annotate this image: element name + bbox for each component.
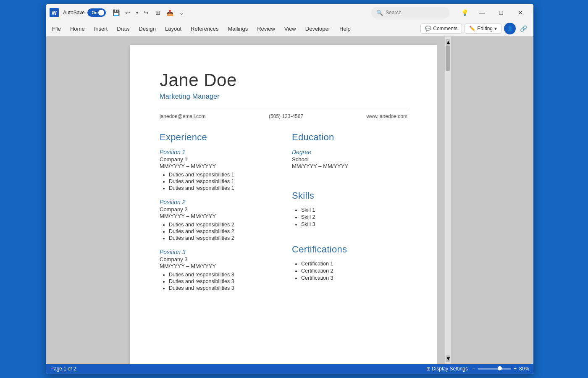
certifications-list: Certification 1 Certification 2 Certific…: [292, 261, 407, 281]
more-options-icon[interactable]: ⌵: [176, 8, 186, 18]
skill-3: Skill 3: [301, 221, 407, 227]
menu-developer[interactable]: Developer: [301, 24, 334, 34]
comments-icon: 💬: [425, 26, 431, 32]
comments-button[interactable]: 💬 Comments: [420, 24, 462, 34]
editing-dropdown-icon: ▾: [494, 26, 497, 32]
education-heading: Education: [292, 132, 407, 143]
duty-3-2: Duties and responsibilities 3: [169, 278, 275, 284]
cert-3: Certification 3: [301, 275, 407, 281]
document-page[interactable]: Jane Doe Marketing Manager janedoe@email…: [130, 45, 437, 364]
duty-2-1: Duties and responsibilities 2: [169, 222, 275, 228]
maximize-button[interactable]: □: [491, 6, 511, 19]
scrollbar[interactable]: ▲ ▼: [445, 37, 451, 364]
menu-help[interactable]: Help: [335, 24, 355, 34]
menu-mailings[interactable]: Mailings: [224, 24, 252, 34]
status-bar: Page 1 of 2 ⊞ Display Settings − + 80%: [46, 364, 533, 374]
company-2-name: Company 2: [160, 206, 275, 213]
menu-bar: File Home Insert Draw Design Layout Refe…: [46, 21, 533, 36]
search-input[interactable]: [386, 10, 444, 16]
document-area: Jane Doe Marketing Manager janedoe@email…: [46, 37, 533, 364]
window-controls: — □ ✕: [472, 6, 530, 19]
redo-icon[interactable]: ↪: [141, 8, 151, 18]
autosave-label: AutoSave: [63, 10, 85, 16]
share-profile-button[interactable]: 👤: [504, 23, 516, 34]
menu-draw[interactable]: Draw: [113, 24, 134, 34]
right-area: ▲ ▼: [437, 37, 533, 364]
duty-1-3: Duties and responsibilities 1: [169, 185, 275, 191]
duties-list-1: Duties and responsibilities 1 Duties and…: [160, 172, 275, 191]
duty-3-3: Duties and responsibilities 3: [169, 285, 275, 291]
school-name: School: [292, 156, 407, 163]
scrollbar-bottom-arrow[interactable]: ▼: [446, 355, 450, 362]
save-icon[interactable]: 💾: [111, 8, 121, 18]
titlebar: W AutoSave On 💾 ↩ ▾ ↪ ⊞ 📤 ⌵ 🔍 💡 — □ ✕: [46, 4, 533, 21]
skill-1: Skill 1: [301, 207, 407, 213]
minimize-button[interactable]: —: [472, 6, 491, 19]
undo-dropdown-icon[interactable]: ▾: [134, 8, 139, 18]
zoom-bar[interactable]: [478, 368, 511, 370]
display-settings-label: Display Settings: [432, 366, 468, 372]
contact-website: www.janedoe.com: [367, 113, 407, 119]
experience-heading: Experience: [160, 132, 275, 143]
word-window: W AutoSave On 💾 ↩ ▾ ↪ ⊞ 📤 ⌵ 🔍 💡 — □ ✕: [46, 4, 533, 374]
company-1-name: Company 1: [160, 156, 275, 163]
duty-2-2: Duties and responsibilities 2: [169, 228, 275, 234]
duty-2-3: Duties and responsibilities 2: [169, 235, 275, 241]
undo-icon[interactable]: ↩: [123, 8, 133, 18]
scrollbar-thumb[interactable]: [446, 46, 450, 71]
share-icon[interactable]: 📤: [165, 8, 175, 18]
company-3-name: Company 3: [160, 256, 275, 262]
position-2-title: Position 2: [160, 199, 275, 205]
menu-view[interactable]: View: [280, 24, 300, 34]
experience-column: Experience Position 1 Company 1 MM/YYYY …: [160, 132, 275, 299]
lightbulb-icon[interactable]: 💡: [459, 8, 470, 18]
certifications-heading: Certifications: [292, 244, 407, 255]
duty-3-1: Duties and responsibilities 3: [169, 272, 275, 278]
toggle-circle: [98, 10, 104, 16]
menu-home[interactable]: Home: [66, 24, 89, 34]
menu-layout[interactable]: Layout: [161, 24, 186, 34]
display-settings[interactable]: ⊞ Display Settings: [426, 366, 468, 372]
resume-job-title: Marketing Manager: [160, 93, 407, 100]
resume-name: Jane Doe: [160, 70, 407, 90]
editing-button[interactable]: ✏️ Editing ▾: [465, 24, 501, 34]
ribbon-right: 💬 Comments ✏️ Editing ▾ 👤 🔗: [420, 23, 532, 34]
menu-design[interactable]: Design: [135, 24, 160, 34]
menu-file[interactable]: File: [48, 24, 65, 34]
degree-title: Degree: [292, 149, 407, 155]
right-padding: [437, 37, 445, 364]
date-range-2: MM/YYYY – MM/YYYY: [160, 213, 275, 219]
search-area[interactable]: 🔍: [371, 7, 449, 18]
autosave-toggle[interactable]: On: [87, 8, 106, 17]
duties-list-3: Duties and responsibilities 3 Duties and…: [160, 272, 275, 291]
zoom-minus-icon[interactable]: −: [472, 366, 475, 372]
menu-insert[interactable]: Insert: [90, 24, 112, 34]
duty-1-2: Duties and responsibilities 1: [169, 178, 275, 184]
menu-references[interactable]: References: [186, 24, 223, 34]
table-view-icon[interactable]: ⊞: [153, 8, 163, 18]
contact-email: janedoe@email.com: [160, 113, 206, 119]
ribbon-share-icon[interactable]: 🔗: [518, 24, 528, 34]
duty-1-1: Duties and responsibilities 1: [169, 172, 275, 178]
scrollbar-top-arrow[interactable]: ▲: [446, 39, 450, 46]
zoom-plus-icon[interactable]: +: [514, 366, 517, 372]
skill-2: Skill 2: [301, 214, 407, 220]
edu-date-range: MM/YYYY – MM/YYYY: [292, 163, 407, 169]
share-profile-icon: 👤: [507, 26, 513, 32]
search-icon: 🔍: [376, 10, 383, 16]
cert-2: Certification 2: [301, 268, 407, 274]
date-range-3: MM/YYYY – MM/YYYY: [160, 263, 275, 269]
position-3-title: Position 3: [160, 249, 275, 255]
page-info: Page 1 of 2: [50, 366, 76, 372]
close-button[interactable]: ✕: [511, 6, 530, 19]
skills-heading: Skills: [292, 190, 407, 201]
right-column: Education Degree School MM/YYYY – MM/YYY…: [292, 132, 407, 299]
ribbon: File Home Insert Draw Design Layout Refe…: [46, 21, 533, 37]
zoom-indicator: [498, 366, 502, 370]
skills-list: Skill 1 Skill 2 Skill 3: [292, 207, 407, 227]
menu-review[interactable]: Review: [253, 24, 279, 34]
left-margin: [46, 37, 130, 364]
titlebar-icons: 💾 ↩ ▾ ↪ ⊞ 📤 ⌵: [111, 8, 186, 18]
zoom-control[interactable]: − + 80%: [472, 366, 529, 372]
zoom-level: 80%: [519, 366, 529, 372]
